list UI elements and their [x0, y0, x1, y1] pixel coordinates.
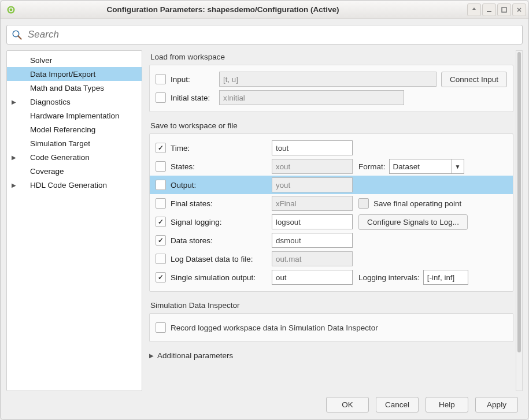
sidebar-item-label: Code Generation — [30, 153, 90, 162]
sidebar-item-label: Diagnostics — [30, 98, 71, 106]
vertical-scrollbar[interactable] — [516, 50, 523, 391]
logging-intervals-field[interactable] — [423, 270, 468, 285]
initial-state-field[interactable] — [219, 90, 404, 105]
time-checkbox[interactable] — [156, 143, 166, 153]
sidebar-item-data-import-export[interactable]: Data Import/Export — [7, 67, 142, 81]
format-value: Dataset — [390, 162, 452, 171]
sdi-group: Record logged workspace data in Simulati… — [149, 313, 513, 342]
search-input[interactable] — [27, 28, 517, 41]
scrollbar-thumb[interactable] — [517, 52, 521, 352]
final-states-checkbox[interactable] — [156, 198, 166, 209]
sidebar-item-label: Data Import/Export — [30, 70, 95, 79]
log-dataset-file-field[interactable] — [272, 251, 353, 266]
signal-logging-field[interactable] — [272, 214, 353, 229]
save-final-op-point-checkbox — [358, 198, 369, 209]
save-section-title: Save to workspace or file — [150, 121, 513, 130]
connect-input-button[interactable]: Connect Input — [441, 72, 507, 87]
input-label: Input: — [171, 75, 219, 84]
output-label: Output: — [171, 181, 272, 189]
sidebar-item-model-referencing[interactable]: Model Referencing — [7, 122, 142, 136]
sdi-section-title: Simulation Data Inspector — [150, 301, 513, 310]
cancel-button[interactable]: Cancel — [376, 397, 419, 412]
single-sim-output-field[interactable] — [272, 270, 353, 285]
maximize-button[interactable] — [497, 3, 511, 16]
chevron-expand-icon[interactable]: ▶ — [12, 182, 16, 188]
data-stores-field[interactable] — [272, 233, 353, 248]
single-sim-output-checkbox[interactable] — [156, 272, 166, 283]
sidebar-item-label: Model Referencing — [30, 125, 95, 134]
load-section-title: Load from workspace — [150, 53, 513, 61]
ok-button[interactable]: OK — [326, 397, 369, 412]
sidebar-item-label: HDL Code Generation — [30, 181, 107, 189]
output-checkbox[interactable] — [156, 180, 166, 190]
states-checkbox[interactable] — [156, 161, 166, 172]
states-label: States: — [171, 162, 272, 171]
minimize-button[interactable] — [482, 3, 496, 16]
sidebar-item-code-generation[interactable]: ▶ Code Generation — [7, 150, 142, 164]
sidebar-item-hardware-implementation[interactable]: Hardware Implementation — [7, 109, 142, 122]
save-group: Time: States: Format: Dataset — [149, 133, 513, 292]
svg-rect-4 — [502, 8, 506, 12]
sidebar-item-coverage[interactable]: Coverage — [7, 164, 142, 178]
output-field[interactable] — [272, 177, 353, 192]
record-sdi-checkbox[interactable] — [156, 322, 166, 333]
log-dataset-file-label: Log Dataset data to file: — [171, 255, 272, 263]
window-title: Configuration Parameters: shapesdemo/Con… — [0, 5, 466, 14]
sidebar-item-diagnostics[interactable]: ▶ Diagnostics — [7, 95, 142, 109]
window: Configuration Parameters: shapesdemo/Con… — [0, 0, 529, 420]
chevron-expand-icon: ▶ — [149, 352, 154, 359]
sidebar-item-label: Hardware Implementation — [30, 111, 120, 120]
close-button[interactable] — [512, 3, 526, 16]
sidebar-item-label: Solver — [30, 56, 52, 65]
search-icon — [12, 29, 22, 40]
data-stores-label: Data stores: — [171, 236, 272, 245]
signal-logging-label: Signal logging: — [171, 218, 272, 226]
sidebar-item-math-data-types[interactable]: Math and Data Types — [7, 81, 142, 95]
chevron-expand-icon[interactable]: ▶ — [12, 154, 16, 161]
load-group: Input: Connect Input Initial state: — [149, 65, 513, 112]
chevron-down-icon[interactable]: ▼ — [452, 159, 464, 173]
single-sim-output-label: Single simulation output: — [171, 273, 272, 282]
time-label: Time: — [171, 144, 272, 153]
titlebar: Configuration Parameters: shapesdemo/Con… — [1, 1, 528, 19]
sidebar-item-label: Coverage — [30, 167, 64, 176]
keep-above-button[interactable] — [467, 3, 481, 16]
logging-intervals-label: Logging intervals: — [358, 273, 420, 282]
signal-logging-checkbox[interactable] — [156, 217, 166, 227]
settings-pane: Load from workspace Input: Connect Input… — [149, 50, 516, 391]
search-bar[interactable] — [6, 25, 523, 44]
sidebar-item-label: Simulation Target — [30, 139, 90, 148]
chevron-expand-icon[interactable]: ▶ — [12, 99, 16, 105]
apply-button[interactable]: Apply — [475, 397, 518, 412]
final-states-label: Final states: — [171, 199, 272, 208]
data-stores-checkbox[interactable] — [156, 235, 166, 246]
sidebar-item-solver[interactable]: Solver — [7, 53, 142, 67]
additional-parameters-label: Additional parameters — [157, 351, 233, 360]
log-dataset-file-checkbox[interactable] — [156, 254, 166, 264]
time-field[interactable] — [272, 140, 353, 155]
initial-state-label: Initial state: — [171, 94, 219, 102]
dialog-footer: OK Cancel Help Apply — [6, 391, 523, 416]
help-button[interactable]: Help — [426, 397, 468, 412]
additional-parameters-toggle[interactable]: ▶ Additional parameters — [149, 351, 513, 360]
svg-rect-3 — [487, 11, 491, 12]
states-field[interactable] — [272, 159, 353, 174]
record-sdi-label: Record logged workspace data in Simulati… — [171, 324, 378, 332]
format-select[interactable]: Dataset ▼ — [389, 159, 464, 174]
input-field[interactable] — [219, 72, 436, 87]
format-label: Format: — [358, 162, 386, 171]
svg-line-6 — [18, 36, 21, 39]
sidebar: Solver Data Import/Export Math and Data … — [6, 50, 142, 391]
configure-signals-button[interactable]: Configure Signals to Log... — [358, 214, 468, 230]
input-checkbox[interactable] — [156, 74, 166, 84]
final-states-field[interactable] — [272, 196, 353, 211]
initial-state-checkbox[interactable] — [156, 92, 166, 103]
sidebar-item-hdl-code-generation[interactable]: ▶ HDL Code Generation — [7, 178, 142, 192]
sidebar-item-label: Math and Data Types — [30, 84, 104, 92]
sidebar-item-simulation-target[interactable]: Simulation Target — [7, 136, 142, 150]
save-final-op-point-label: Save final operating point — [373, 199, 461, 208]
